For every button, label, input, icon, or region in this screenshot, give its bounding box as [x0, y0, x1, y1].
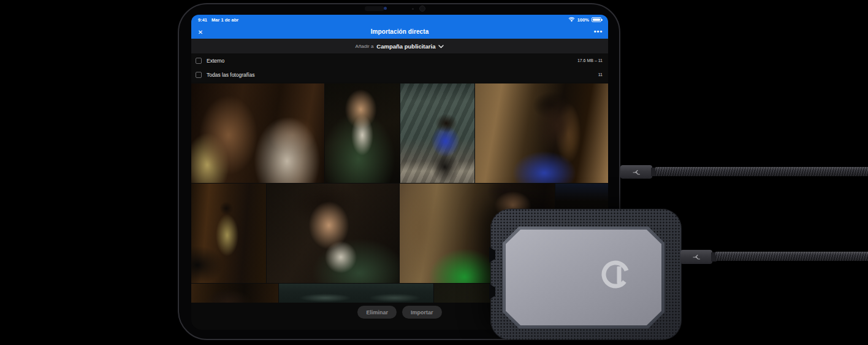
thunderbolt-icon: [693, 254, 701, 260]
photo-thumbnail-1[interactable]: [191, 83, 324, 183]
checkbox-externo[interactable]: [196, 58, 202, 64]
source-meta: 17.6 MB – 11: [577, 58, 603, 63]
scene: 9:41 Mar 1 de abr 100% ✕ Importación dir…: [0, 0, 868, 345]
page-title: Importación directa: [191, 25, 608, 39]
status-time: 9:41: [198, 17, 207, 23]
battery-icon: [592, 17, 601, 22]
source-row-externo[interactable]: Externo 17.6 MB – 11: [191, 53, 608, 68]
source-list: Externo 17.6 MB – 11 Todas las fotografí…: [191, 53, 608, 82]
add-to-collection: Campaña publicitaria: [376, 43, 435, 50]
chevron-down-icon: [438, 45, 444, 48]
thunderbolt-icon: [633, 169, 641, 175]
photo-thumbnail-6[interactable]: [267, 184, 399, 283]
delete-button[interactable]: Eliminar: [357, 306, 397, 319]
braided-cable-top: [655, 167, 868, 176]
front-camera-ring: [419, 6, 425, 12]
external-ssd: [490, 209, 682, 340]
import-header: ✕ Importación directa •••: [191, 25, 608, 39]
more-options-icon[interactable]: •••: [593, 27, 603, 36]
source-meta: 11: [598, 72, 603, 77]
photo-thumbnail-3[interactable]: [400, 83, 474, 183]
import-button[interactable]: Importar: [402, 306, 442, 319]
front-camera-lens-icon: [384, 7, 387, 10]
status-bar: 9:41 Mar 1 de abr 100%: [191, 15, 608, 25]
ssd-metal-plate: [503, 227, 664, 328]
add-to-selector[interactable]: Añadir a Campaña publicitaria: [191, 39, 608, 53]
front-sensor-dot: [412, 8, 414, 10]
usb-connector-bottom: [680, 250, 712, 264]
front-camera-pill: [365, 6, 384, 11]
braided-cable-bottom: [715, 252, 868, 261]
wifi-icon: [568, 17, 575, 22]
source-label: Externo: [207, 58, 224, 64]
source-label: Todas las fotografías: [207, 72, 254, 78]
source-row-todas[interactable]: Todas las fotografías 11: [191, 68, 608, 82]
usb-connector-top: [620, 165, 652, 179]
battery-percent: 100%: [577, 17, 589, 23]
photo-thumbnail-2[interactable]: [325, 83, 400, 183]
status-date: Mar 1 de abr: [211, 17, 238, 23]
photo-thumbnail-5[interactable]: [191, 184, 266, 283]
add-to-label: Añadir a: [356, 44, 374, 49]
g-drive-logo-icon: [600, 258, 631, 290]
photo-thumbnail-9[interactable]: [191, 284, 278, 303]
photo-thumbnail-10[interactable]: [279, 284, 433, 303]
checkbox-todas[interactable]: [196, 72, 202, 78]
bumper-notch: [489, 284, 495, 300]
photo-thumbnail-4[interactable]: [475, 83, 608, 183]
bumper-notch: [489, 247, 495, 263]
